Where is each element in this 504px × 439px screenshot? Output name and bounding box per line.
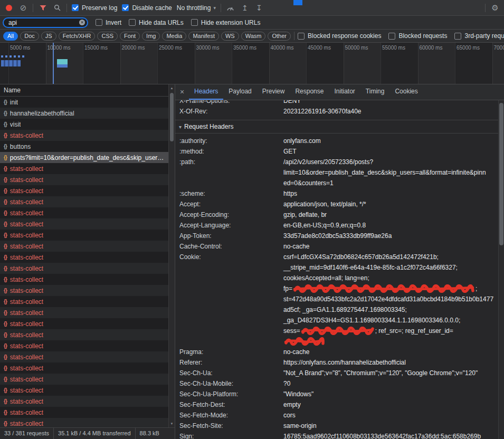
request-row[interactable]: {}stats-collect [0,285,168,296]
request-row[interactable]: {}stats-collect [0,130,168,141]
export-har-button[interactable]: ↧ [254,3,264,13]
request-row[interactable]: {}stats-collect [0,340,168,351]
disable-cache-label: Disable cache [132,4,172,12]
request-row[interactable]: {}stats-collect [0,362,168,374]
request-row[interactable]: {}stats-collect [0,274,168,285]
request-row[interactable]: {}stats-collect [0,329,168,340]
file-icon: {} [4,299,7,304]
request-row[interactable]: {}stats-collect [0,185,168,196]
filter-input[interactable] [4,19,87,26]
type-chip-img[interactable]: Img [142,32,160,41]
request-row[interactable]: {}stats-collect [0,263,168,274]
request-name: stats-collect [10,320,43,328]
filter-button[interactable] [38,3,47,13]
header-value-line: "Windows" [283,389,495,399]
hide-extension-urls-label: Hide extension URLs [201,19,261,26]
search-button[interactable] [52,3,62,13]
timeline-overview[interactable]: 5000 ms10000 ms15000 ms20000 ms25000 ms3… [0,43,504,84]
type-chip-doc[interactable]: Doc [20,32,39,41]
network-toolbar: ⊘ Preserve log Disable cache No throttli… [0,0,504,16]
toolbar-divider [485,4,486,12]
request-row[interactable]: {}stats-collect [0,307,168,318]
requests-scrollbar[interactable]: ▲ ▼ [168,84,175,427]
type-chip-font[interactable]: Font [120,32,140,41]
type-chip-js[interactable]: JS [41,32,56,41]
header-value: no-cache [283,241,498,252]
request-row[interactable]: {}stats-collect [0,351,168,362]
request-row[interactable]: {}stats-collect [0,230,168,241]
record-button[interactable] [4,3,14,13]
type-chip-fetch-xhr[interactable]: Fetch/XHR [59,32,96,41]
scroll-down-icon[interactable]: ▼ [169,421,175,427]
tab-headers[interactable]: Headers [189,84,223,100]
checkbox-3rd-party-requests[interactable]: 3rd-party requests [454,32,504,40]
request-row[interactable]: {}stats-collect [0,407,168,418]
network-conditions-button[interactable] [226,3,235,13]
header-name: Sec-Fetch-Mode: [175,410,283,421]
invert-checkbox[interactable]: Invert [96,19,121,26]
disable-cache-checkbox[interactable]: Disable cache [122,4,172,12]
header-row: Accept-Encoding:gzip, deflate, br [175,209,498,220]
header-name: Sign: [175,431,283,439]
request-row[interactable]: {}posts?limit=10&order=publish_date_desc… [0,152,168,163]
scroll-up-icon[interactable]: ▲ [169,85,175,91]
request-row[interactable]: {}stats-collect [0,241,168,252]
file-icon: {} [4,387,7,393]
chips-divider [294,32,294,40]
clear-button[interactable]: ⊘ [18,3,28,13]
request-row[interactable]: {}visit [0,119,168,130]
import-har-button[interactable]: ↥ [240,3,250,13]
tab-initiator[interactable]: Initiator [329,84,360,100]
type-chip-all[interactable]: All [3,32,18,41]
clear-filter-icon[interactable]: ✕ [79,20,85,25]
request-row[interactable]: {}stats-collect [0,396,168,407]
request-row[interactable]: {}buttons [0,141,168,152]
request-row[interactable]: {}stats-collect [0,296,168,307]
hide-extension-urls-checkbox[interactable]: Hide extension URLs [191,19,261,26]
hide-data-urls-checkbox[interactable]: Hide data URLs [129,19,184,26]
type-chip-ws[interactable]: WS [221,32,239,41]
request-headers-section[interactable]: ▾Request Headers [175,120,498,133]
request-row[interactable]: {}stats-collect [0,252,168,263]
preserve-log-checkbox[interactable]: Preserve log [72,4,117,12]
request-row[interactable]: {}stats-collect [0,174,168,185]
tab-payload[interactable]: Payload [223,84,256,100]
type-chip-wasm[interactable]: Wasm [241,32,266,41]
type-chip-css[interactable]: CSS [97,32,118,41]
scrollbar-thumb[interactable] [499,103,503,245]
request-row[interactable]: {}stats-collect [0,207,168,218]
tab-timing[interactable]: Timing [360,84,390,100]
checkbox-unchecked-icon [388,33,395,40]
type-chip-manifest[interactable]: Manifest [188,32,219,41]
tab-response[interactable]: Response [290,84,329,100]
checkbox-blocked-requests[interactable]: Blocked requests [388,32,447,40]
request-row[interactable]: {}init [0,97,168,108]
type-chip-other[interactable]: Other [268,32,291,41]
type-chip-media[interactable]: Media [162,32,186,41]
header-row: Pragma:no-cache [175,347,498,357]
name-column-header[interactable]: Name [0,84,168,97]
requests-panel: Name {}init{}hannahelizabethofficial{}vi… [0,84,175,439]
request-row[interactable]: {}stats-collect [0,196,168,207]
request-row[interactable]: {}stats-collect [0,163,168,174]
request-row[interactable]: {}stats-collect [0,374,168,385]
scrollbar-thumb[interactable] [170,93,174,141]
request-row[interactable]: {}hannahelizabethofficial [0,108,168,119]
header-row: :authority:onlyfans.com [175,136,498,146]
checkbox-blocked-response-cookies[interactable]: Blocked response cookies [298,32,381,40]
request-row[interactable]: {}stats-collect [0,318,168,329]
search-icon [54,4,61,11]
redaction-scribble [301,327,375,335]
details-scrollbar[interactable] [498,100,504,439]
request-row[interactable]: {}stats-collect [0,418,168,427]
close-icon[interactable]: × [175,84,189,100]
settings-button[interactable]: ⚙ [490,3,500,13]
throttling-select[interactable]: No throttling ▾ [177,4,216,12]
tab-preview[interactable]: Preview [257,84,290,100]
header-value-line: sess=; ref_src=; reg_ref_user_id= [283,326,495,347]
header-value: cors [283,410,498,421]
request-row[interactable]: {}stats-collect [0,218,168,230]
request-row[interactable]: {}stats-collect [0,385,168,396]
tab-cookies[interactable]: Cookies [389,84,423,100]
header-name: Pragma: [175,347,283,357]
